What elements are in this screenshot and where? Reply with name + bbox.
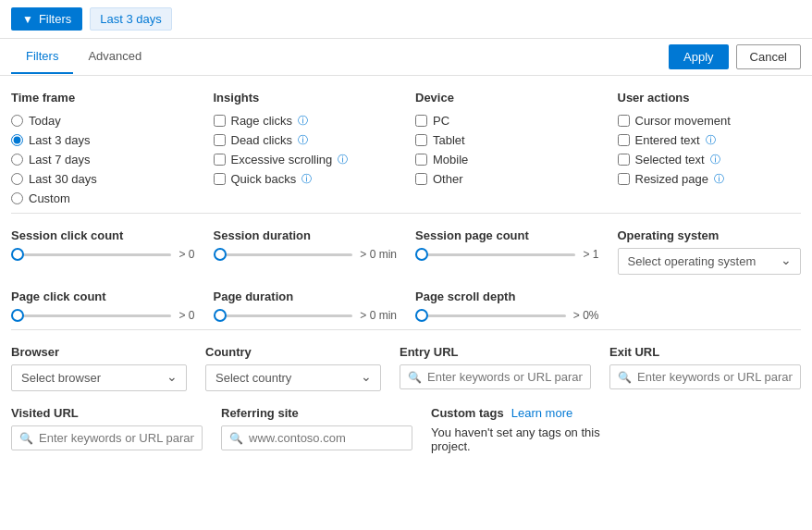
checkbox-input-quick-backs[interactable]	[214, 173, 226, 185]
radio-input-last7[interactable]	[11, 154, 23, 166]
info-dead-clicks-icon[interactable]: ⓘ	[298, 133, 308, 147]
operating-system-select[interactable]: Select operating system Windows macOS Li…	[618, 248, 802, 275]
session-duration-label: Session duration	[214, 228, 398, 242]
page-duration-label: Page duration	[214, 290, 398, 303]
radio-last3[interactable]: Last 3 days	[11, 133, 195, 147]
checkbox-input-other[interactable]	[415, 173, 427, 185]
filter-icon: ▼	[22, 13, 33, 26]
tab-actions: Apply Cancel	[669, 39, 801, 75]
timeframe-section: Time frame Today Last 3 days Last 7 days…	[11, 91, 214, 205]
info-entered-text-icon[interactable]: ⓘ	[706, 133, 716, 147]
referring-site-search-icon: 🔍	[229, 432, 243, 445]
checkbox-cursor-movement[interactable]: Cursor movement	[618, 114, 802, 128]
radio-last7[interactable]: Last 7 days	[11, 153, 195, 166]
radio-input-today[interactable]	[11, 115, 23, 127]
checkbox-input-rage-clicks[interactable]	[214, 115, 226, 127]
session-duration-slider[interactable]	[214, 253, 353, 256]
entry-url-input[interactable]	[427, 370, 583, 384]
session-click-count-slider[interactable]	[11, 253, 171, 256]
learn-more-link[interactable]: Learn more	[511, 406, 572, 420]
visited-url-label: Visited URL	[11, 406, 203, 420]
page-duration-col: Page duration > 0 min	[214, 290, 416, 322]
empty-col	[625, 406, 801, 453]
device-section: Device PC Tablet Mobile Other	[415, 91, 618, 205]
info-selected-text-icon[interactable]: ⓘ	[710, 153, 720, 166]
apply-button[interactable]: Apply	[669, 44, 729, 69]
info-excessive-scrolling-icon[interactable]: ⓘ	[338, 153, 348, 166]
checkbox-excessive-scrolling[interactable]: Excessive scrolling ⓘ	[214, 153, 398, 166]
page-click-count-slider[interactable]	[11, 314, 171, 317]
exit-url-input[interactable]	[637, 370, 793, 384]
entry-url-input-wrapper: 🔍	[400, 364, 591, 389]
country-select[interactable]: Select country United States United King…	[205, 364, 381, 391]
filters-button-label: Filters	[39, 12, 71, 26]
page-duration-value: > 0 min	[360, 309, 397, 322]
country-col: Country Select country United States Uni…	[205, 345, 400, 391]
radio-custom[interactable]: Custom	[11, 191, 195, 205]
session-duration-col: Session duration > 0 min	[214, 228, 416, 275]
checkbox-input-dead-clicks[interactable]	[214, 134, 226, 146]
cancel-button[interactable]: Cancel	[736, 44, 801, 69]
session-click-count-label: Session click count	[11, 228, 195, 242]
radio-last30[interactable]: Last 30 days	[11, 172, 195, 186]
timeframe-radio-group: Today Last 3 days Last 7 days Last 30 da…	[11, 114, 195, 205]
visited-url-input[interactable]	[39, 431, 194, 445]
operating-system-select-wrapper: Select operating system Windows macOS Li…	[618, 248, 802, 275]
checkbox-input-resized-page[interactable]	[618, 173, 630, 185]
checkbox-resized-page[interactable]: Resized page ⓘ	[618, 172, 802, 186]
entry-url-search-icon: 🔍	[408, 371, 422, 384]
checkbox-input-cursor-movement[interactable]	[618, 115, 630, 127]
checkbox-tablet[interactable]: Tablet	[415, 133, 599, 147]
checkbox-input-pc[interactable]	[415, 115, 427, 127]
page-empty-col	[618, 290, 802, 322]
session-duration-value: > 0 min	[360, 248, 397, 261]
page-duration-slider[interactable]	[214, 314, 353, 317]
top-bar: ▼ Filters Last 3 days	[0, 0, 812, 39]
insights-title: Insights	[214, 91, 398, 105]
page-scroll-depth-value: > 0%	[573, 309, 599, 322]
checkbox-input-selected-text[interactable]	[618, 154, 630, 166]
checkbox-input-entered-text[interactable]	[618, 134, 630, 146]
checkbox-input-tablet[interactable]	[415, 134, 427, 146]
checkbox-pc[interactable]: PC	[415, 114, 599, 128]
checkbox-mobile[interactable]: Mobile	[415, 153, 599, 166]
checkbox-rage-clicks[interactable]: Rage clicks ⓘ	[214, 114, 398, 128]
insights-checkbox-group: Rage clicks ⓘ Dead clicks ⓘ Excessive sc…	[214, 114, 398, 186]
bottom-row1: Browser Select browser Chrome Firefox Sa…	[11, 345, 801, 391]
tab-advanced[interactable]: Advanced	[73, 40, 156, 74]
device-checkbox-group: PC Tablet Mobile Other	[415, 114, 599, 186]
checkbox-quick-backs[interactable]: Quick backs ⓘ	[214, 172, 398, 186]
exit-url-col: Exit URL 🔍	[609, 345, 801, 391]
checkbox-dead-clicks[interactable]: Dead clicks ⓘ	[214, 133, 398, 147]
page-scroll-depth-col: Page scroll depth > 0%	[415, 290, 618, 322]
info-resized-page-icon[interactable]: ⓘ	[714, 172, 724, 186]
tabs: Filters Advanced	[11, 40, 156, 74]
info-rage-clicks-icon[interactable]: ⓘ	[298, 114, 308, 128]
exit-url-search-icon: 🔍	[618, 371, 632, 384]
visited-url-input-wrapper: 🔍	[11, 425, 203, 450]
radio-input-last3[interactable]	[11, 134, 23, 146]
radio-input-custom[interactable]	[11, 192, 23, 204]
tab-filters[interactable]: Filters	[11, 40, 73, 74]
session-page-count-label: Session page count	[415, 228, 599, 242]
info-quick-backs-icon[interactable]: ⓘ	[301, 172, 312, 186]
country-select-wrapper: Select country United States United King…	[205, 364, 381, 391]
user-actions-section: User actions Cursor movement Entered tex…	[618, 91, 802, 205]
page-scroll-depth-slider[interactable]	[415, 314, 566, 317]
filters-button[interactable]: ▼ Filters	[11, 7, 82, 31]
checkbox-entered-text[interactable]: Entered text ⓘ	[618, 133, 802, 147]
referring-site-label: Referring site	[221, 406, 412, 420]
referring-site-input[interactable]	[249, 431, 404, 445]
radio-today[interactable]: Today	[11, 114, 195, 128]
radio-input-last30[interactable]	[11, 173, 23, 185]
checkbox-input-excessive-scrolling[interactable]	[214, 154, 226, 166]
divider-2	[11, 329, 801, 330]
session-click-count-slider-row: > 0	[11, 248, 195, 261]
checkbox-other[interactable]: Other	[415, 172, 599, 186]
referring-site-input-wrapper: 🔍	[221, 425, 412, 450]
checkbox-selected-text[interactable]: Selected text ⓘ	[618, 153, 802, 166]
browser-select[interactable]: Select browser Chrome Firefox Safari Edg…	[11, 364, 187, 391]
session-duration-slider-row: > 0 min	[214, 248, 398, 261]
session-page-count-slider[interactable]	[415, 253, 575, 256]
checkbox-input-mobile[interactable]	[415, 154, 427, 166]
